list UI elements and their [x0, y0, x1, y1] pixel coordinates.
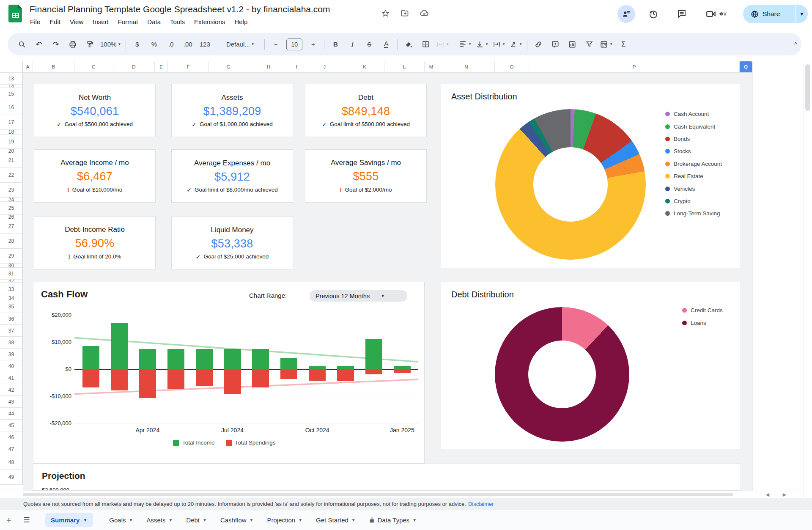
- row-header-28[interactable]: 28: [0, 234, 23, 249]
- column-header-P[interactable]: P: [529, 61, 740, 73]
- menu-file[interactable]: File: [25, 17, 45, 27]
- font-select[interactable]: Defaul...▼: [219, 37, 262, 52]
- scroll-left-arrow[interactable]: ◀: [761, 491, 774, 498]
- format-currency-button[interactable]: $: [129, 37, 145, 52]
- row-header-17[interactable]: 17: [0, 115, 23, 130]
- column-header-J[interactable]: J: [304, 61, 345, 73]
- undo-icon[interactable]: ↶: [30, 37, 47, 52]
- row-header-30[interactable]: 30: [0, 264, 23, 268]
- font-size-input[interactable]: 10: [284, 37, 304, 52]
- menu-insert[interactable]: Insert: [88, 17, 113, 27]
- column-header-I[interactable]: I: [289, 61, 304, 73]
- column-header-L[interactable]: L: [384, 61, 425, 73]
- strikethrough-button[interactable]: S: [361, 37, 378, 52]
- row-header-37[interactable]: 37: [0, 325, 23, 337]
- column-header-H[interactable]: H: [248, 61, 289, 73]
- document-title[interactable]: Financial Planning Template Google Sprea…: [30, 4, 330, 14]
- row-header-31[interactable]: 31: [0, 268, 23, 280]
- column-header-D[interactable]: D: [113, 61, 155, 73]
- column-header-G[interactable]: G: [209, 61, 248, 73]
- row-header-25[interactable]: 25: [0, 202, 23, 215]
- decrease-font-size-button[interactable]: −: [267, 37, 284, 52]
- star-icon[interactable]: [381, 8, 390, 18]
- chart-range-select[interactable]: Previous 12 Months ▼: [310, 290, 407, 302]
- menu-format[interactable]: Format: [113, 17, 143, 27]
- paint-format-icon[interactable]: [81, 37, 98, 52]
- row-header-41[interactable]: 41: [0, 372, 23, 384]
- print-icon[interactable]: [64, 37, 81, 52]
- comment-history-icon[interactable]: [673, 5, 690, 22]
- redo-icon[interactable]: ↷: [47, 37, 64, 52]
- add-sheet-button[interactable]: ＋: [0, 510, 18, 530]
- menu-help[interactable]: Help: [230, 17, 252, 27]
- row-header-44[interactable]: 44: [0, 408, 23, 420]
- insert-chart-icon[interactable]: [564, 37, 581, 52]
- cloud-saved-icon[interactable]: [420, 8, 429, 18]
- vertical-scrollbar[interactable]: [804, 61, 812, 498]
- row-header-40[interactable]: 40: [0, 360, 23, 372]
- italic-button[interactable]: I: [344, 37, 361, 52]
- more-formats-button[interactable]: 123: [196, 37, 213, 52]
- row-header-27[interactable]: 27: [0, 219, 23, 234]
- row-header-26[interactable]: 26: [0, 215, 23, 219]
- row-header-29[interactable]: 29: [0, 249, 23, 264]
- tab-data-types[interactable]: Data Types▼: [362, 510, 424, 530]
- tab-goals[interactable]: Goals▼: [102, 510, 140, 530]
- column-header-B[interactable]: B: [33, 61, 74, 73]
- row-header-16[interactable]: 16: [0, 100, 23, 115]
- row-header-13[interactable]: 13: [0, 73, 23, 85]
- row-header-19[interactable]: 19: [0, 135, 23, 149]
- row-header-18[interactable]: 18: [0, 130, 23, 135]
- row-header-49[interactable]: 49: [0, 470, 23, 485]
- row-header-38[interactable]: 38: [0, 337, 23, 349]
- column-header-F[interactable]: F: [168, 61, 209, 73]
- row-header-45[interactable]: 45: [0, 420, 23, 431]
- move-to-folder-icon[interactable]: [400, 8, 409, 18]
- column-header-Q[interactable]: Q: [740, 61, 752, 73]
- scroll-right-arrow[interactable]: ▶: [778, 491, 791, 498]
- row-header-34[interactable]: 34: [0, 296, 23, 300]
- tab-cashflow[interactable]: Cashflow▼: [214, 510, 261, 530]
- share-button[interactable]: Share ▼: [743, 5, 808, 23]
- insert-comment-icon[interactable]: [547, 37, 564, 52]
- column-header-K[interactable]: K: [345, 61, 384, 73]
- row-header-24[interactable]: 24: [0, 198, 23, 202]
- increase-decimal-button[interactable]: .00: [179, 37, 196, 52]
- text-rotation-icon[interactable]: ▼: [508, 37, 524, 52]
- disclaimer-link[interactable]: Disclaimer: [468, 501, 494, 507]
- version-history-icon[interactable]: [645, 5, 662, 22]
- row-header-36[interactable]: 36: [0, 313, 23, 325]
- text-color-button[interactable]: A: [378, 37, 395, 52]
- tab-debt[interactable]: Debt▼: [179, 510, 214, 530]
- select-all-corner[interactable]: [0, 61, 23, 73]
- column-header-E[interactable]: E: [155, 61, 168, 73]
- toolbar-collapse-button[interactable]: ^: [794, 41, 797, 48]
- presence-avatar[interactable]: [617, 5, 635, 23]
- row-header-20[interactable]: 20: [0, 149, 23, 153]
- row-header-23[interactable]: 23: [0, 183, 23, 198]
- fill-color-icon[interactable]: [400, 37, 417, 52]
- decrease-decimal-button[interactable]: .0: [162, 37, 179, 52]
- row-header-46[interactable]: 46: [0, 431, 23, 443]
- row-header-14[interactable]: 14: [0, 85, 23, 88]
- create-filter-icon[interactable]: [581, 37, 598, 52]
- tab-assets[interactable]: Assets▼: [140, 510, 179, 530]
- menu-edit[interactable]: Edit: [45, 17, 65, 27]
- row-header-48[interactable]: 48: [0, 455, 23, 470]
- menu-data[interactable]: Data: [143, 17, 165, 27]
- pivot-table-icon[interactable]: ▼: [598, 37, 615, 52]
- horizontal-align-icon[interactable]: ▼: [457, 37, 474, 52]
- insert-link-icon[interactable]: [530, 37, 547, 52]
- tab-get-started[interactable]: Get Started▼: [309, 510, 362, 530]
- menu-tools[interactable]: Tools: [165, 17, 189, 27]
- column-header-C[interactable]: C: [74, 61, 113, 73]
- menu-extensions[interactable]: Extensions: [189, 17, 230, 27]
- meet-camera-icon[interactable]: �Ⅴ: [704, 5, 728, 22]
- menu-view[interactable]: View: [65, 17, 88, 27]
- search-icon[interactable]: [14, 37, 30, 52]
- tab-projection[interactable]: Projection▼: [261, 510, 310, 530]
- row-header-33[interactable]: 33: [0, 283, 23, 296]
- row-header-47[interactable]: 47: [0, 443, 23, 455]
- column-header-O[interactable]: O: [495, 61, 529, 73]
- functions-button[interactable]: Σ: [615, 37, 632, 52]
